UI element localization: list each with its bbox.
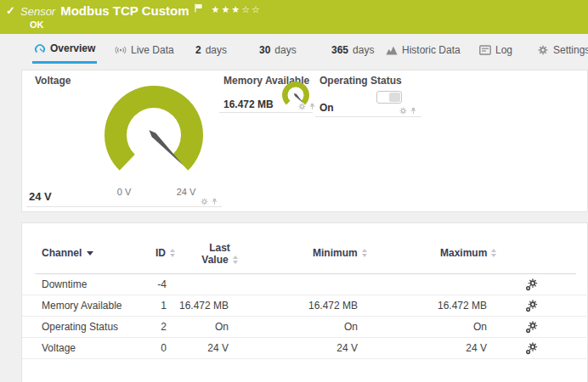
sort-icon: [491, 249, 496, 257]
column-header-channel[interactable]: Channel: [42, 247, 93, 259]
channel-minimum: 16.472 MB: [256, 295, 358, 317]
tab-overview[interactable]: Overview: [32, 36, 97, 64]
flag-icon: [195, 3, 203, 13]
channel-last-value: 24 V: [127, 338, 229, 359]
tile-pin-icon[interactable]: [410, 107, 417, 115]
tab-live-data[interactable]: Live Data: [113, 36, 176, 64]
channel-name: Downtime: [42, 274, 87, 295]
column-header-maximum[interactable]: Maximum: [440, 247, 496, 259]
tile-settings-icon[interactable]: [399, 107, 407, 115]
channel-minimum: On: [256, 317, 358, 338]
tile-divider: [219, 112, 313, 113]
tile-divider: [26, 206, 222, 207]
tab-historic-data[interactable]: Historic Data: [384, 36, 462, 64]
channel-last-value: On: [127, 317, 229, 338]
tile-settings-icon[interactable]: [298, 103, 306, 110]
status-check-icon: ✓: [6, 4, 15, 17]
operating-tile-title: Operating Status: [319, 75, 402, 87]
operating-current-value: On: [319, 102, 334, 114]
status-badge: OK: [30, 20, 44, 30]
table-row: Operating Status 2 On On On: [22, 317, 588, 338]
memory-current-value: 16.472 MB: [223, 98, 274, 110]
channel-id: -4: [107, 274, 167, 295]
broadcast-icon: [115, 45, 127, 55]
column-header-minimum[interactable]: Minimum: [313, 247, 367, 259]
sensor-title: Modbus TCP Custom: [60, 3, 189, 18]
gauge-scale-min: 0 V: [107, 187, 141, 197]
tile-pin-icon[interactable]: [211, 198, 218, 205]
sensor-header: ✓ Sensor Modbus TCP Custom ★★★☆☆ OK: [0, 0, 588, 34]
tile-settings-icon[interactable]: [201, 198, 208, 205]
tab-30-days[interactable]: 30days: [257, 36, 298, 64]
tab-bar: Overview Live Data 2days 30days 365days …: [0, 36, 588, 65]
chart-icon: [386, 45, 398, 55]
channel-settings-icon[interactable]: [525, 300, 538, 312]
table-row: Downtime -4: [22, 274, 588, 295]
table-row: Voltage 0 24 V 24 V 24 V: [22, 338, 588, 359]
channel-settings-icon[interactable]: [525, 278, 538, 291]
priority-stars[interactable]: ★★★☆☆: [212, 4, 262, 15]
tab-2-days[interactable]: 2days: [194, 36, 229, 64]
channel-maximum: On: [385, 317, 487, 338]
channel-maximum: 16.472 MB: [385, 295, 487, 317]
channels-table-panel: Channel ID Last Value Minimum Maximum Do…: [21, 222, 588, 382]
channel-settings-icon[interactable]: [525, 342, 538, 355]
gauge-icon: [34, 43, 46, 53]
sort-icon: [170, 249, 175, 257]
tab-settings[interactable]: Settings: [535, 36, 588, 64]
tab-log[interactable]: Log: [478, 36, 514, 64]
sort-icon: [362, 249, 367, 257]
tile-divider: [315, 116, 421, 117]
tile-pin-icon[interactable]: [308, 103, 316, 110]
gear-icon: [537, 45, 549, 55]
channel-last-value: 16.472 MB: [127, 295, 229, 317]
channel-maximum: 24 V: [385, 338, 487, 359]
channel-name: Voltage: [42, 338, 76, 359]
sort-icon: [233, 256, 238, 264]
overview-gauges-panel: Voltage 0 V 24 V 24 V Memory Available 1…: [21, 70, 588, 212]
gauge-scale-max: 24 V: [167, 187, 205, 197]
object-kind-label: Sensor: [20, 5, 55, 18]
switch-knob: [389, 93, 400, 102]
channel-settings-icon[interactable]: [525, 321, 538, 334]
table-body: Downtime -4 Memory Available 1 16.472 MB…: [22, 274, 588, 359]
log-icon: [479, 45, 491, 55]
voltage-current-value: 24 V: [29, 190, 52, 203]
column-header-last-value[interactable]: Last Value: [184, 242, 256, 266]
channel-minimum: 24 V: [256, 338, 358, 359]
voltage-tile-title: Voltage: [35, 75, 71, 87]
tab-365-days[interactable]: 365days: [330, 36, 376, 64]
column-header-id[interactable]: ID: [103, 247, 175, 259]
sort-caret-down-icon: [87, 251, 93, 256]
voltage-gauge: [86, 77, 222, 188]
operating-status-switch: [376, 91, 402, 104]
table-row: Memory Available 1 16.472 MB 16.472 MB 1…: [22, 295, 588, 317]
